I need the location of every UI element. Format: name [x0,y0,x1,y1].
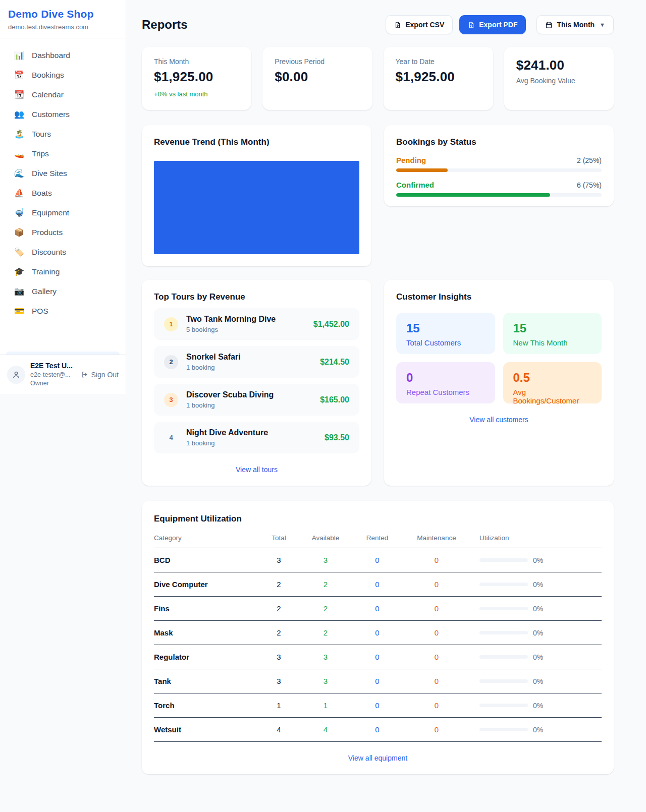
tour-name: Snorkel Safari [186,353,241,362]
sidebar-item[interactable]: 📊 Dashboard [6,45,120,65]
sidebar-item-icon: 📊 [14,50,24,60]
period-label: This Month [557,21,595,29]
view-all-tours-link[interactable]: View all tours [154,466,359,474]
sidebar-item-icon: 🏷️ [14,247,24,257]
utilization-bar-track [479,583,528,586]
tour-info: Two Tank Morning Dive 5 bookings [186,315,276,333]
status-bar-track [396,193,602,197]
sidebar-item-icon: 📷 [14,286,24,296]
revenue-trend-card: Revenue Trend (This Month) [142,125,371,266]
equipment-category: Dive Computer [154,572,257,597]
sidebar-item[interactable]: 📅 Bookings [6,65,120,85]
equipment-header-row: Category Total Available Rented Maintena… [154,534,602,548]
utilization-bar-track [479,607,528,610]
sidebar-item[interactable]: 🤿 Equipment [6,203,120,222]
status-line: Confirmed 6 (75%) [396,181,602,189]
revenue-trend-chart [154,161,359,254]
sidebar-item[interactable]: 🚤 Trips [6,144,120,163]
col-header-maintenance: Maintenance [404,534,469,548]
utilization-cell: 0% [469,726,602,734]
equipment-category: Wetsuit [154,718,257,742]
utilization-cell: 0% [469,556,602,564]
utilization-bar-track [479,655,528,659]
equipment-rented: 0 [351,548,404,572]
view-all-customers-link[interactable]: View all customers [396,416,602,424]
tour-name: Night Dive Adventure [186,428,268,437]
utilization-percent: 0% [533,653,543,661]
insight-value: 0 [406,371,485,385]
utilization-percent: 0% [533,677,543,685]
view-all-equipment-link[interactable]: View all equipment [154,754,602,762]
equipment-maintenance: 0 [404,669,469,693]
sidebar-item[interactable]: 📷 Gallery [6,281,120,301]
tour-list-item: 3 Discover Scuba Diving 1 booking $165.0… [154,384,359,416]
sign-out-label: Sign Out [91,371,119,379]
sidebar-item-icon: 🌊 [14,168,24,178]
stat-delta: +0% vs last month [154,90,239,98]
sidebar-item[interactable]: 📦 Products [6,222,120,242]
stat-value: $1,925.00 [154,69,239,85]
sidebar-item[interactable]: ⛵ Boats [6,183,120,203]
equipment-maintenance: 0 [404,597,469,621]
status-list: Pending 2 (25%) Confirmed 6 (75%) [396,156,602,197]
page-header: Reports Export CSV Export PDF This Month [142,15,614,34]
equipment-row: Dive Computer 2 2 0 0 0% [154,572,602,597]
rank-badge: 4 [164,431,178,445]
sidebar-item-icon: 🎓 [14,267,24,276]
utilization-cell: 0% [469,702,602,710]
export-pdf-button[interactable]: Export PDF [459,15,526,34]
sidebar-item[interactable]: 📆 Calendar [6,85,120,104]
equipment-row: Fins 2 2 0 0 0% [154,597,602,621]
utilization-bar-track [479,558,528,562]
col-header-rented: Rented [351,534,404,548]
rank-badge: 3 [164,393,178,407]
avatar [7,366,25,384]
sidebar-item[interactable]: 👥 Customers [6,104,120,124]
sidebar-item-label: Tours [32,130,51,139]
customer-insights-title: Customer Insights [396,292,602,302]
sidebar-item[interactable]: 🌊 Dive Sites [6,163,120,183]
equipment-maintenance: 0 [404,693,469,718]
utilization-bar-track [479,728,528,731]
utilization-bar-track [479,679,528,683]
sidebar-item-label: Discounts [32,248,66,257]
insight-label: Avg Bookings/Customer [513,388,592,405]
equipment-rented: 0 [351,645,404,669]
tour-bookings: 5 bookings [186,326,276,333]
sign-out-button[interactable]: Sign Out [81,371,119,379]
equipment-rented: 0 [351,597,404,621]
tour-revenue: $165.00 [320,395,349,404]
equipment-maintenance: 0 [404,645,469,669]
tour-list-item: 2 Snorkel Safari 1 booking $214.50 [154,346,359,378]
sidebar-item[interactable]: 🏷️ Discounts [6,242,120,262]
stat-card-avg-booking: $241.00 Avg Booking Value [504,47,614,110]
chevron-down-icon: ▼ [600,22,605,28]
equipment-total: 3 [257,548,300,572]
utilization-bar-track [479,631,528,634]
tour-revenue: $1,452.00 [313,320,349,329]
sidebar-item-label: Bookings [32,71,64,80]
tour-revenue: $93.50 [325,433,349,442]
period-dropdown[interactable]: This Month ▼ [536,15,614,34]
equipment-rented: 0 [351,572,404,597]
sidebar-item[interactable]: 🎓 Training [6,262,120,281]
equipment-available: 4 [300,718,351,742]
equipment-utilization-card: Equipment Utilization Category Total Ava… [142,501,614,774]
export-csv-button[interactable]: Export CSV [386,15,453,34]
sidebar-item-label: Training [32,267,60,276]
tour-bookings: 1 booking [186,364,241,371]
stat-label: Previous Period [275,57,360,66]
equipment-total: 3 [257,669,300,693]
equipment-table: Category Total Available Rented Maintena… [154,534,602,742]
utilization-cell: 0% [469,653,602,661]
equipment-available: 2 [300,572,351,597]
insight-value: 15 [513,321,592,335]
sidebar-item[interactable]: 💳 POS [6,301,120,321]
sidebar-item-label: POS [32,307,48,316]
sidebar: Demo Dive Shop demo.test.divestreams.com… [0,0,126,394]
equipment-rented: 0 [351,693,404,718]
insight-label: New This Month [513,338,592,347]
utilization-cell: 0% [469,581,602,589]
top-tours-title: Top Tours by Revenue [154,292,359,302]
sidebar-item[interactable]: 🏝️ Tours [6,124,120,144]
